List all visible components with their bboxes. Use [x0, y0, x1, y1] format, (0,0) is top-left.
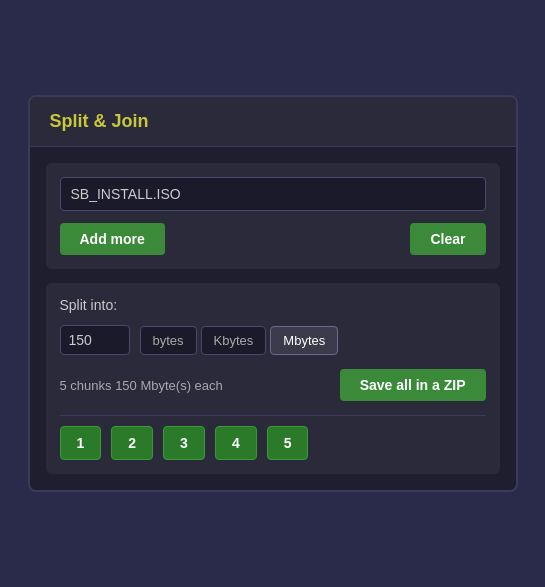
file-input[interactable] [60, 177, 486, 211]
file-buttons: Add more Clear [60, 223, 486, 255]
split-controls: bytes Kbytes Mbytes [60, 325, 486, 355]
split-label: Split into: [60, 297, 486, 313]
unit-bytes-button[interactable]: bytes [140, 326, 197, 355]
app-container: Split & Join Add more Clear Split into: … [28, 95, 518, 492]
chunk-button-5[interactable]: 5 [267, 426, 309, 460]
split-section: Split into: bytes Kbytes Mbytes 5 chunks… [46, 283, 500, 474]
clear-button[interactable]: Clear [410, 223, 485, 255]
unit-mbytes-button[interactable]: Mbytes [270, 326, 338, 355]
title-bar: Split & Join [30, 97, 516, 147]
chunk-button-4[interactable]: 4 [215, 426, 257, 460]
main-content: Add more Clear Split into: bytes Kbytes … [30, 147, 516, 490]
chunk-button-1[interactable]: 1 [60, 426, 102, 460]
unit-buttons: bytes Kbytes Mbytes [140, 326, 339, 355]
file-section: Add more Clear [46, 163, 500, 269]
split-value-input[interactable] [60, 325, 130, 355]
chunk-button-2[interactable]: 2 [111, 426, 153, 460]
split-info-text: 5 chunks 150 Mbyte(s) each [60, 378, 223, 393]
save-zip-button[interactable]: Save all in a ZIP [340, 369, 486, 401]
chunk-button-3[interactable]: 3 [163, 426, 205, 460]
chunk-buttons: 1 2 3 4 5 [60, 415, 486, 460]
app-title: Split & Join [50, 111, 496, 132]
add-more-button[interactable]: Add more [60, 223, 165, 255]
unit-kbytes-button[interactable]: Kbytes [201, 326, 267, 355]
split-info-row: 5 chunks 150 Mbyte(s) each Save all in a… [60, 369, 486, 401]
